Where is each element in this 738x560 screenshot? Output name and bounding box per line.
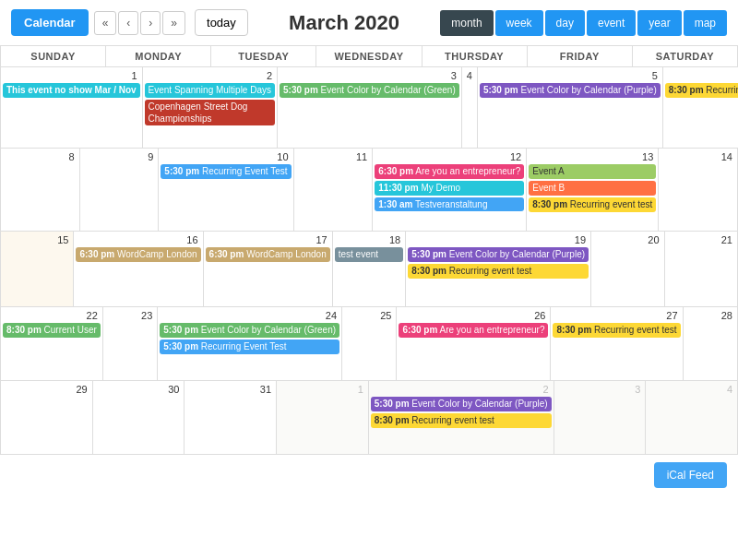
event-wordcamp1[interactable]: 6:30 pm WordCamp London	[76, 247, 200, 262]
week-3: 15 16 6:30 pm WordCamp London 17 6:30 pm…	[1, 232, 738, 307]
event-wordcamp2[interactable]: 6:30 pm WordCamp London	[206, 247, 330, 262]
event-test[interactable]: test event	[335, 247, 403, 262]
day-mar3: 3 5:30 pm Event Color by Calendar (Green…	[278, 67, 462, 149]
day-number: 14	[661, 150, 735, 163]
day-number: 13	[529, 150, 656, 163]
day-number: 1	[3, 69, 140, 82]
day-mar18: 18 test event	[333, 232, 406, 307]
event-entrepreneur1[interactable]: 6:30 pm Are you an entrepreneur?	[375, 164, 524, 179]
day-number: 1	[279, 383, 366, 396]
view-group: month week day event year map	[440, 10, 727, 36]
day-number: 2	[145, 69, 275, 82]
event-recurring1[interactable]: 8:30 pm Recurring event test	[665, 83, 738, 98]
week-5: 29 30 31 1 2 5:30 pm Event Color by Cale…	[1, 381, 738, 455]
view-week-button[interactable]: week	[495, 10, 543, 36]
event-spanning[interactable]: Event Spanning Multiple Days	[145, 83, 275, 98]
day-number: 27	[553, 309, 680, 322]
header-saturday: SATURDAY	[633, 46, 738, 67]
day-mar16: 16 6:30 pm WordCamp London	[74, 232, 203, 307]
day-number: 5	[480, 69, 661, 82]
event-testveranst[interactable]: 1:30 am Testveranstaltung	[375, 197, 524, 211]
day-number: 31	[186, 383, 274, 396]
event-recurring-test2[interactable]: 5:30 pm Recurring Event Test	[160, 340, 339, 354]
day-apr3: 3	[554, 381, 647, 455]
day-mar11: 11	[294, 149, 374, 232]
event-copenhagen[interactable]: Copenhagen Street Dog Championships	[145, 100, 275, 125]
prev-button[interactable]: ‹	[118, 11, 138, 35]
day-number: 29	[3, 383, 90, 396]
day-number: 30	[95, 383, 183, 396]
event-green1[interactable]: 5:30 pm Event Color by Calendar (Green)	[280, 83, 459, 98]
event-recurring-test1[interactable]: 5:30 pm Recurring Event Test	[161, 164, 291, 179]
day-number: 22	[3, 309, 101, 322]
event-recurring3[interactable]: 8:30 pm Recurring event test	[408, 264, 589, 279]
event-mydemo[interactable]: 11:30 pm My Demo	[375, 181, 524, 196]
day-mar21: 21	[665, 232, 738, 307]
view-year-button[interactable]: year	[637, 10, 681, 36]
day-mar24: 24 5:30 pm Event Color by Calendar (Gree…	[158, 307, 342, 381]
view-month-button[interactable]: month	[440, 10, 493, 36]
today-button[interactable]: today	[195, 9, 248, 36]
calendar-button[interactable]: Calendar	[11, 9, 89, 36]
day-number: 3	[280, 69, 459, 82]
day-number: 18	[335, 233, 403, 246]
nav-group: « ‹ › »	[94, 11, 185, 35]
day-mar4: 4	[462, 67, 478, 149]
view-event-button[interactable]: event	[587, 10, 636, 36]
event-recurring5[interactable]: 8:30 pm Recurring event test	[371, 413, 552, 428]
day-mar8: 8	[1, 149, 80, 232]
next-next-button[interactable]: »	[162, 11, 185, 35]
event-purple1[interactable]: 5:30 pm Event Color by Calendar (Purple)	[480, 83, 661, 98]
day-mar26: 26 6:30 pm Are you an entrepreneur?	[397, 307, 551, 381]
day-number: 16	[76, 233, 200, 246]
day-headers: SUNDAY MONDAY TUESDAY WEDNESDAY THURSDAY…	[1, 46, 738, 67]
event-entrepreneur2[interactable]: 6:30 pm Are you an entrepreneur?	[399, 323, 548, 338]
month-title: March 2020	[254, 11, 434, 35]
day-mar25: 25	[342, 307, 397, 381]
day-number: 25	[344, 309, 394, 322]
day-mar6: 6 8:30 pm Recurring event test	[663, 67, 738, 149]
day-mar17: 17 6:30 pm WordCamp London	[204, 232, 333, 307]
event-b[interactable]: Event B	[529, 181, 656, 196]
day-number: 19	[408, 233, 589, 246]
event-a[interactable]: Event A	[529, 164, 656, 179]
day-number: 20	[593, 233, 661, 246]
day-number: 8	[3, 150, 77, 163]
ical-feed-button[interactable]: iCal Feed	[654, 462, 727, 488]
day-mar9: 9	[80, 149, 160, 232]
weeks: 1 This event no show Mar / Nov 2 Event S…	[1, 67, 738, 455]
calendar-header: Calendar « ‹ › » today March 2020 month …	[0, 0, 738, 45]
next-button[interactable]: ›	[140, 11, 161, 35]
day-apr4: 4	[646, 381, 738, 455]
event-no-show[interactable]: This event no show Mar / Nov	[3, 83, 140, 98]
day-mar28: 28	[684, 307, 738, 381]
day-number: 9	[82, 150, 157, 163]
footer: iCal Feed	[0, 455, 738, 495]
day-mar29: 29	[1, 381, 93, 455]
header-sunday: SUNDAY	[1, 46, 106, 67]
event-purple2[interactable]: 5:30 pm Event Color by Calendar (Purple)	[408, 247, 589, 262]
day-mar14: 14	[659, 149, 738, 232]
day-number: 23	[105, 309, 155, 322]
view-map-button[interactable]: map	[684, 10, 727, 36]
header-tuesday: TUESDAY	[211, 46, 316, 67]
view-day-button[interactable]: day	[545, 10, 585, 36]
day-mar22: 22 8:30 pm Current User	[1, 307, 103, 381]
day-apr2: 2 5:30 pm Event Color by Calendar (Purpl…	[369, 381, 554, 455]
day-apr1: 1	[277, 381, 369, 455]
event-purple3[interactable]: 5:30 pm Event Color by Calendar (Purple)	[371, 397, 552, 411]
day-mar20: 20	[591, 232, 664, 307]
day-number: 10	[161, 150, 291, 163]
header-friday: FRIDAY	[528, 46, 633, 67]
day-mar30: 30	[93, 381, 185, 455]
event-green2[interactable]: 5:30 pm Event Color by Calendar (Green)	[160, 323, 339, 338]
prev-prev-button[interactable]: «	[94, 11, 117, 35]
event-current-user[interactable]: 8:30 pm Current User	[3, 323, 101, 338]
day-mar23: 23	[103, 307, 158, 381]
day-number: 15	[3, 233, 71, 246]
day-number: 6	[665, 69, 738, 82]
event-recurring4[interactable]: 8:30 pm Recurring event test	[553, 323, 680, 338]
day-number: 17	[206, 233, 330, 246]
event-recurring2[interactable]: 8:30 pm Recurring event test	[529, 197, 656, 212]
day-mar2: 2 Event Spanning Multiple Days Copenhage…	[143, 67, 278, 149]
